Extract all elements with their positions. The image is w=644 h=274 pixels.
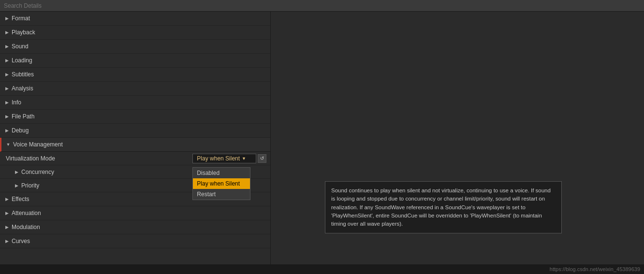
curves-label: Curves xyxy=(12,238,30,245)
sidebar-item-info[interactable]: Info xyxy=(0,96,270,110)
virtualization-mode-row: Virtualization Mode Play when Silent ▼ ↺… xyxy=(0,152,270,165)
chevron-right-icon xyxy=(4,86,10,91)
chevron-right-icon xyxy=(4,29,10,35)
chevron-right-icon xyxy=(14,169,19,175)
sidebar-item-sound[interactable]: Sound xyxy=(0,40,270,54)
dropdown-selected-value: Play when Silent xyxy=(197,155,240,162)
status-url: https://blog.csdn.net/weixin_45389639 xyxy=(550,266,640,272)
sidebar-item-format[interactable]: Format xyxy=(0,12,270,26)
info-label: Info xyxy=(12,99,21,106)
sidebar-item-subtitles[interactable]: Subtitles xyxy=(0,68,270,82)
reset-button[interactable]: ↺ xyxy=(258,154,266,163)
chevron-right-icon xyxy=(4,72,10,77)
chevron-right-icon xyxy=(4,210,10,216)
chevron-right-icon xyxy=(4,196,10,202)
sidebar-item-voice-management[interactable]: Voice Management xyxy=(0,138,270,152)
option-restart[interactable]: Restart xyxy=(193,189,250,200)
virtualization-mode-menu: Disabled Play when Silent Restart xyxy=(192,167,250,200)
sidebar-item-filepath[interactable]: File Path xyxy=(0,110,270,124)
chevron-right-icon xyxy=(4,58,10,63)
search-bar xyxy=(0,0,644,12)
dropdown-arrow-icon: ▼ xyxy=(242,156,246,161)
sidebar-item-attenuation[interactable]: Attenuation xyxy=(0,206,270,220)
sidebar-item-debug[interactable]: Debug xyxy=(0,124,270,138)
sidebar-item-loading[interactable]: Loading xyxy=(0,54,270,68)
modulation-label: Modulation xyxy=(12,224,40,231)
chevron-down-icon xyxy=(5,142,11,147)
voice-management-label: Voice Management xyxy=(13,141,63,148)
subtitles-label: Subtitles xyxy=(12,71,34,78)
chevron-right-icon xyxy=(4,114,10,119)
sidebar-item-playback[interactable]: Playback xyxy=(0,26,270,40)
format-label: Format xyxy=(12,15,30,22)
sidebar-item-analysis[interactable]: Analysis xyxy=(0,82,270,96)
tooltip-box: Sound continues to play when silent and … xyxy=(325,181,562,233)
effects-label: Effects xyxy=(12,196,29,202)
debug-label: Debug xyxy=(12,127,29,134)
search-input[interactable] xyxy=(4,2,640,9)
chevron-right-icon xyxy=(14,183,19,188)
chevron-right-icon xyxy=(4,15,10,21)
virtualization-mode-label: Virtualization Mode xyxy=(6,155,192,162)
playback-label: Playback xyxy=(12,29,35,36)
sidebar-item-curves[interactable]: Curves xyxy=(0,234,270,248)
chevron-right-icon xyxy=(4,43,10,49)
sidebar-item-modulation[interactable]: Modulation xyxy=(0,220,270,234)
option-disabled[interactable]: Disabled xyxy=(193,168,250,178)
chevron-right-icon xyxy=(4,224,10,230)
chevron-right-icon xyxy=(4,100,10,105)
chevron-right-icon xyxy=(4,238,10,244)
left-panel: Format Playback Sound Loading Subtitles … xyxy=(0,12,271,264)
status-bar: https://blog.csdn.net/weixin_45389639 xyxy=(0,264,644,274)
loading-label: Loading xyxy=(12,57,32,64)
filepath-label: File Path xyxy=(12,113,34,120)
tooltip-text: Sound continues to play when silent and … xyxy=(331,187,551,227)
sound-label: Sound xyxy=(12,43,29,50)
chevron-right-icon xyxy=(4,128,10,133)
option-play-when-silent[interactable]: Play when Silent xyxy=(193,178,250,189)
virtualization-mode-dropdown[interactable]: Play when Silent ▼ xyxy=(192,154,256,163)
attenuation-label: Attenuation xyxy=(12,210,41,216)
virtualization-mode-dropdown-wrapper: Play when Silent ▼ ↺ Disabled Play when … xyxy=(192,154,266,163)
analysis-label: Analysis xyxy=(12,85,33,92)
